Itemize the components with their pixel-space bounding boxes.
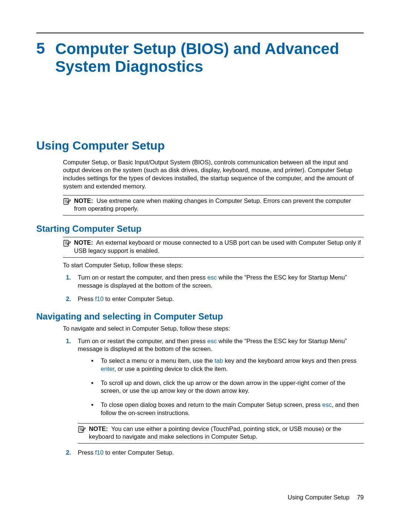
step-text: Press [78,449,95,456]
step-text: to enter Computer Setup. [104,449,174,456]
list-item: To scroll up and down, click the up arro… [99,379,364,395]
chapter-number: 5 [36,40,45,57]
list-item: To select a menu or a menu item, use the… [99,357,364,373]
key-esc: esc [322,401,332,408]
footer-section: Using Computer Setup [288,494,350,501]
document-page: 5 Computer Setup (BIOS) and Advanced Sys… [0,0,400,457]
key-f10: f10 [95,295,104,302]
list-item: To close open dialog boxes and return to… [99,401,364,417]
subsection-body: NOTE: An external keyboard or mouse conn… [36,237,364,303]
ordered-list: Turn on or restart the computer, and the… [63,274,364,303]
subsection-heading: Starting Computer Setup [36,224,364,234]
section-heading: Using Computer Setup [36,139,364,153]
intro-paragraph: Computer Setup, or Basic Input/Output Sy… [63,158,364,191]
lead-paragraph: To navigate and select in Computer Setup… [63,325,364,333]
bullet-text: key and the keyboard arrow keys and then… [223,357,356,364]
note-text: NOTE: You can use either a pointing devi… [89,425,364,441]
chapter-header: 5 Computer Setup (BIOS) and Advanced Sys… [36,40,364,76]
chapter-title: Computer Setup (BIOS) and Advanced Syste… [55,40,364,76]
note-icon [63,240,71,248]
note-box: NOTE: Use extreme care when making chang… [63,195,364,216]
subsection-body: To navigate and select in Computer Setup… [36,325,364,457]
key-enter: enter [101,365,114,372]
note-box: NOTE: An external keyboard or mouse conn… [63,237,364,258]
ordered-list: Turn on or restart the computer, and the… [63,337,364,457]
lead-paragraph: To start Computer Setup, follow these st… [63,261,364,270]
note-icon [63,198,71,206]
list-item: Press f10 to enter Computer Setup. [76,449,364,457]
key-esc: esc [207,274,217,281]
step-text: Turn on or restart the computer, and the… [78,338,207,344]
note-icon [78,426,86,434]
step-text: Press [78,295,95,302]
key-esc: esc [207,338,217,344]
key-tab: tab [214,357,223,364]
note-text: NOTE: An external keyboard or mouse conn… [74,239,364,255]
bullet-text: To select a menu or a menu item, use the [101,357,214,364]
key-f10: f10 [95,449,104,456]
note-label: NOTE: [74,239,93,246]
step-text: Turn on or restart the computer, and the… [78,274,207,281]
note-body: Use extreme care when making changes in … [74,197,351,212]
note-label: NOTE: [74,197,93,204]
bullet-text: , or use a pointing device to click the … [114,365,228,372]
svg-rect-0 [64,198,69,204]
note-body: An external keyboard or mouse connected … [74,239,361,254]
note-box: NOTE: You can use either a pointing devi… [78,423,364,444]
note-body: You can use either a pointing device (To… [89,425,341,440]
section-body: Computer Setup, or Basic Input/Output Sy… [36,158,364,216]
svg-rect-8 [79,426,83,432]
subsection-heading: Navigating and selecting in Computer Set… [36,311,364,322]
step-text: to enter Computer Setup. [104,295,174,302]
note-label: NOTE: [89,425,108,432]
bullet-text: To scroll up and down, click the up arro… [101,379,345,394]
page-footer: Using Computer Setup79 [288,494,364,501]
bullet-list: To select a menu or a menu item, use the… [78,357,364,417]
svg-rect-4 [64,240,69,246]
list-item: Press f10 to enter Computer Setup. [76,295,364,303]
list-item: Turn on or restart the computer, and the… [76,274,364,290]
divider [36,33,364,33]
list-item: Turn on or restart the computer, and the… [76,337,364,444]
note-text: NOTE: Use extreme care when making chang… [74,197,364,213]
bullet-text: To close open dialog boxes and return to… [101,401,322,408]
page-number: 79 [357,494,364,501]
